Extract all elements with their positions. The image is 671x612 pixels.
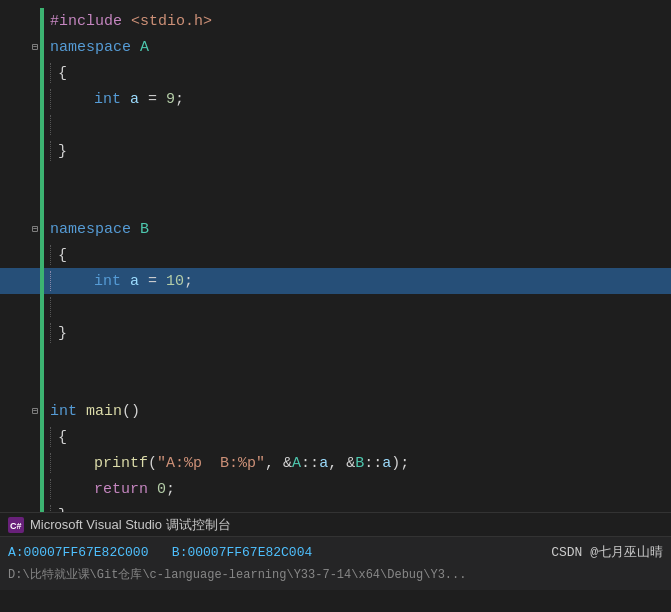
header-file: <stdio.h> [131,13,212,30]
line-content-12 [46,297,671,317]
ref-a-var: a [319,455,328,472]
green-bar-10 [40,242,44,268]
green-bar-12 [40,294,44,320]
code-line-12 [0,294,671,320]
line-content-11: int a = 10; [46,271,671,291]
line-content-9: namespace B [46,221,671,238]
code-line-17: { [0,424,671,450]
code-line-20: } [0,502,671,512]
kw-int-b: int [94,273,121,290]
line-content-1: #include <stdio.h> [46,13,671,30]
code-line-7 [0,164,671,190]
num-0: 0 [157,481,166,498]
fn-printf: printf [94,455,148,472]
line-content-5 [46,115,671,135]
code-line-9: ⊟ namespace B [0,216,671,242]
code-line-2: ⊟ namespace A [0,34,671,60]
code-line-6: } [0,138,671,164]
kw-return: return [94,481,148,498]
fold-btn-namespace-a[interactable]: ⊟ [28,40,42,54]
green-bar-1 [40,8,44,34]
code-line-19: return 0; [0,476,671,502]
green-bar-17 [40,424,44,450]
code-line-18: printf("A:%p B:%p", &A::a, &B::a); [0,450,671,476]
green-bar-14 [40,346,44,372]
output-bar: A:00007FF67E82C000 B:00007FF67E82C004 CS… [0,536,671,590]
output-line-2: D:\比特就业课\Git仓库\c-language-learning\Y33-7… [8,563,663,585]
green-bar-15 [40,372,44,398]
code-line-3: { [0,60,671,86]
kw-namespace-b: namespace [50,221,131,238]
code-line-14 [0,346,671,372]
code-line-13: } [0,320,671,346]
fn-main: main [86,403,122,420]
addr-a-val: 00007FF67E82C000 [24,545,149,560]
output-line-1: A:00007FF67E82C000 B:00007FF67E82C004 CS… [8,541,663,563]
code-line-15 [0,372,671,398]
debug-console-label: Microsoft Visual Studio 调试控制台 [30,516,231,534]
green-bar-20 [40,502,44,512]
ns-b-name: B [140,221,149,238]
green-bar-6 [40,138,44,164]
green-bar-18 [40,450,44,476]
line-content-20: } [46,505,671,512]
line-content-2: namespace A [46,39,671,56]
kw-int-a: int [94,91,121,108]
code-line-8 [0,190,671,216]
line-content-13: } [46,323,671,343]
var-b-a: a [130,273,139,290]
kw-namespace-a: namespace [50,39,131,56]
addr-a-label: A: [8,545,24,560]
path-label: D:\比特就业课\Git仓库\c-language-learning\Y33-7… [8,566,466,583]
code-line-11: int a = 10; [0,268,671,294]
green-bar-19 [40,476,44,502]
line-content-19: return 0; [46,479,671,499]
code-line-1: #include <stdio.h> [0,8,671,34]
code-line-4: int a = 9; [0,86,671,112]
var-a: a [130,91,139,108]
debug-console-bar: C# Microsoft Visual Studio 调试控制台 [0,512,671,536]
ns-ref-b: B [355,455,364,472]
green-bar-11 [40,268,44,294]
line-content-6: } [46,141,671,161]
line-content-16: int main() [46,403,671,420]
green-bar-3 [40,60,44,86]
num-10: 10 [166,273,184,290]
line-content-3: { [46,63,671,83]
num-9: 9 [166,91,175,108]
ns-ref-a: A [292,455,301,472]
line-content-18: printf("A:%p B:%p", &A::a, &B::a); [46,453,671,473]
ref-b-var: a [382,455,391,472]
green-bar-7 [40,164,44,190]
line-content-10: { [46,245,671,265]
green-bar-13 [40,320,44,346]
green-bar-4 [40,86,44,112]
vs-icon: C# [8,517,24,533]
green-bar-5 [40,112,44,138]
csdn-label: CSDN @七月巫山晴 [551,543,663,561]
line-content-17: { [46,427,671,447]
addr-b-val: 00007FF67E82C004 [187,545,312,560]
keyword-include: #include [50,13,122,30]
code-line-10: { [0,242,671,268]
fold-btn-namespace-b[interactable]: ⊟ [28,222,42,236]
code-editor: #include <stdio.h> ⊟ namespace A { int a… [0,0,671,512]
fold-btn-main[interactable]: ⊟ [28,404,42,418]
line-content-4: int a = 9; [46,89,671,109]
addr-b-label: B: [172,545,188,560]
green-bar-8 [40,190,44,216]
code-line-16: ⊟ int main() [0,398,671,424]
ns-a-name: A [140,39,149,56]
kw-int-main: int [50,403,77,420]
svg-text:C#: C# [10,521,22,531]
code-line-5 [0,112,671,138]
string-format: "A:%p B:%p" [157,455,265,472]
